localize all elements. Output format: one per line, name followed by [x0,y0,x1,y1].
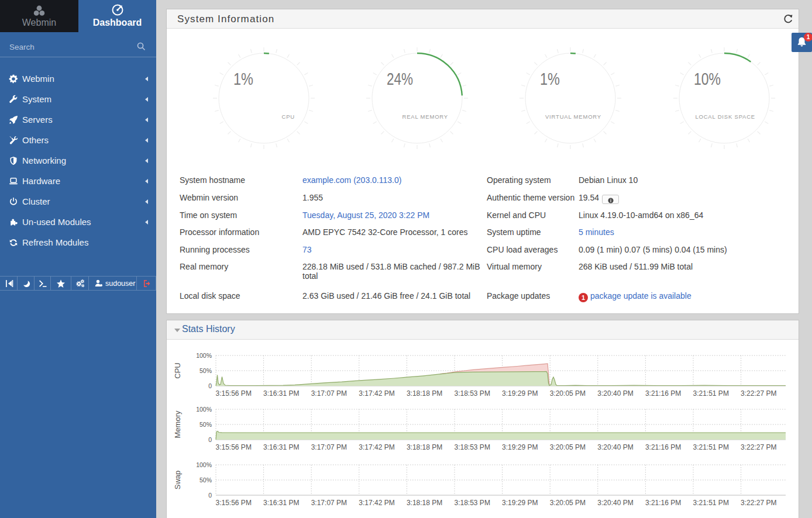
svg-text:3:16:31 PM: 3:16:31 PM [263,389,299,398]
svg-text:3:22:27 PM: 3:22:27 PM [741,499,776,507]
svg-text:100%: 100% [196,352,212,359]
svg-text:LOCAL DISK SPACE: LOCAL DISK SPACE [695,113,755,120]
svg-text:50%: 50% [199,367,212,374]
svg-text:VIRTUAL MEMORY: VIRTUAL MEMORY [545,113,601,120]
svg-text:3:21:51 PM: 3:21:51 PM [693,443,729,451]
svg-text:3:22:27 PM: 3:22:27 PM [741,443,776,451]
svg-text:3:21:16 PM: 3:21:16 PM [645,443,681,451]
svg-text:3:15:56 PM: 3:15:56 PM [216,389,252,398]
svg-text:24%: 24% [387,70,413,88]
svg-text:3:18:53 PM: 3:18:53 PM [455,499,490,507]
svg-text:3:18:53 PM: 3:18:53 PM [455,443,490,451]
svg-text:3:18:53 PM: 3:18:53 PM [455,389,490,398]
svg-text:3:16:31 PM: 3:16:31 PM [263,443,299,451]
svg-text:1%: 1% [540,70,560,88]
svg-text:3:16:31 PM: 3:16:31 PM [263,499,299,507]
svg-text:Memory: Memory [173,410,182,438]
svg-text:3:18:18 PM: 3:18:18 PM [407,499,442,507]
svg-text:0: 0 [208,382,212,389]
svg-text:3:19:29 PM: 3:19:29 PM [502,389,538,398]
svg-text:100%: 100% [196,461,212,468]
svg-text:3:20:05 PM: 3:20:05 PM [550,443,586,451]
svg-text:10%: 10% [694,70,721,88]
svg-text:3:17:42 PM: 3:17:42 PM [359,443,394,451]
svg-text:3:20:40 PM: 3:20:40 PM [597,499,633,507]
svg-text:50%: 50% [199,421,212,428]
svg-text:CPU: CPU [282,113,295,120]
svg-text:3:20:05 PM: 3:20:05 PM [550,389,586,398]
svg-text:3:21:51 PM: 3:21:51 PM [693,389,729,398]
svg-text:0: 0 [208,436,212,443]
svg-text:CPU: CPU [173,362,182,378]
svg-text:3:20:05 PM: 3:20:05 PM [550,499,586,507]
svg-text:3:15:56 PM: 3:15:56 PM [216,443,252,451]
svg-text:3:15:56 PM: 3:15:56 PM [216,499,252,507]
svg-text:3:20:40 PM: 3:20:40 PM [597,443,633,451]
svg-text:REAL MEMORY: REAL MEMORY [402,113,448,120]
svg-text:3:21:16 PM: 3:21:16 PM [645,389,681,398]
svg-text:3:18:18 PM: 3:18:18 PM [407,389,442,398]
svg-text:0: 0 [208,492,212,499]
svg-text:3:17:42 PM: 3:17:42 PM [359,499,394,507]
svg-text:3:17:07 PM: 3:17:07 PM [311,443,347,451]
svg-text:3:17:42 PM: 3:17:42 PM [359,389,394,398]
svg-text:3:21:16 PM: 3:21:16 PM [645,499,681,507]
svg-text:3:21:51 PM: 3:21:51 PM [693,499,729,507]
svg-text:3:22:27 PM: 3:22:27 PM [741,389,776,398]
svg-text:50%: 50% [199,476,212,484]
svg-text:3:19:29 PM: 3:19:29 PM [502,499,538,507]
svg-text:3:19:29 PM: 3:19:29 PM [502,443,538,451]
svg-text:3:17:07 PM: 3:17:07 PM [311,499,347,507]
svg-text:3:17:07 PM: 3:17:07 PM [311,389,347,398]
svg-text:Swap: Swap [173,471,182,490]
svg-text:3:20:40 PM: 3:20:40 PM [597,389,633,398]
svg-text:100%: 100% [196,406,212,413]
svg-text:3:18:18 PM: 3:18:18 PM [407,443,442,451]
svg-text:1%: 1% [233,70,253,88]
